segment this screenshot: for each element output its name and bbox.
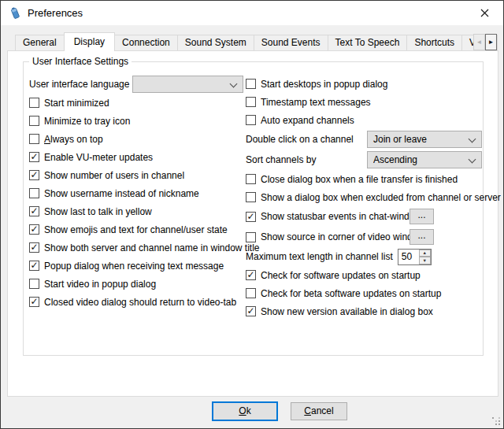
checkbox-timestamp-text-messages[interactable] (246, 97, 256, 107)
checkbox-label: Check for beta software updates on start… (261, 288, 441, 299)
checkbox-popup-dialog-when-receiving-text-message[interactable]: ✓ (29, 261, 39, 271)
tab-text-to-speech[interactable]: Text To Speech (328, 35, 408, 50)
checkbox-start-minimized[interactable] (29, 98, 39, 108)
checkbox-enable-vu-meter-updates[interactable]: ✓ (29, 152, 39, 162)
spinner-down-button[interactable]: ▼ (419, 257, 431, 264)
checkbox-row-show-emojis-and-text-for-channel-user-state[interactable]: ✓Show emojis and text for channel/user s… (29, 220, 243, 239)
ok-button[interactable]: Ok (212, 401, 278, 421)
left-column: User interface language Start minimizedM… (29, 75, 243, 311)
checkbox-label: Always on top (44, 134, 103, 145)
checkbox-auto-expand-channels[interactable] (246, 115, 256, 125)
checkbox-row-timestamp-text-messages[interactable]: Timestamp text messages (246, 93, 482, 111)
checkbox-label: Show source in corner of video window (261, 231, 424, 242)
chevron-down-icon (469, 136, 476, 143)
tab-scroll-left-button[interactable]: ◄ (473, 34, 485, 50)
checkbox-row-enable-vu-meter-updates[interactable]: ✓Enable VU-meter updates (29, 148, 243, 166)
app-icon (8, 6, 22, 20)
cancel-button-label: Cancel (291, 403, 346, 420)
checkbox-start-video-in-popup-dialog[interactable] (29, 279, 39, 289)
checkbox-label: Auto expand channels (261, 115, 354, 126)
checkbox-row-show-last-to-talk-in-yellow[interactable]: ✓Show last to talk in yellow (29, 202, 243, 220)
checkbox-row-start-minimized[interactable]: Start minimized (29, 94, 243, 112)
right-column: Start desktops in popup dialogTimestamp … (246, 75, 482, 320)
checkbox-row-closed-video-dialog-should-return-to-video-tab[interactable]: ✓Closed video dialog should return to vi… (29, 293, 243, 311)
show-source-in-corner-of-video-window-more-button[interactable]: ... (410, 229, 434, 245)
chevron-left-icon: ◄ (476, 39, 483, 46)
checkbox-row-auto-expand-channels[interactable]: Auto expand channels (246, 111, 482, 129)
checkbox-show-source-in-corner-of-video-window[interactable] (246, 232, 256, 242)
checkbox-row-show-source-in-corner-of-video-window[interactable]: Show source in corner of video window... (246, 227, 482, 247)
close-icon (480, 9, 489, 17)
dropdown-double-click-on-a-channel[interactable]: Join or leave (367, 131, 482, 148)
dropdown-sort-channels-by[interactable]: Ascending (367, 151, 482, 168)
titlebar: Preferences (1, 1, 503, 25)
checkbox-show-number-of-users-in-channel[interactable]: ✓ (29, 170, 39, 180)
checkbox-check-for-software-updates-on-startup[interactable]: ✓ (246, 270, 256, 280)
checkbox-always-on-top[interactable] (29, 134, 39, 144)
checkbox-show-statusbar-events-in-chat-window[interactable]: ✓ (246, 212, 256, 222)
checkbox-label: Show new version available in dialog box (261, 306, 433, 317)
checkbox-label: Popup dialog when receiving text message (44, 261, 224, 272)
close-button[interactable] (469, 1, 500, 25)
checkbox-row-minimize-to-tray-icon[interactable]: Minimize to tray icon (29, 112, 243, 130)
dropdown-value: Ascending (373, 154, 464, 165)
checkbox-row-check-for-software-updates-on-startup[interactable]: ✓Check for software updates on startup (246, 266, 482, 284)
tab-scroll-right-button[interactable]: ► (485, 34, 497, 50)
tab-scroll-buttons: ◄ ► (473, 34, 497, 50)
checkbox-row-close-dialog-box-when-a-file-transfer-is-finished[interactable]: Close dialog box when a file transfer is… (246, 170, 482, 188)
tab-general[interactable]: General (15, 35, 65, 50)
checkbox-label: Show emojis and text for channel/user st… (44, 224, 228, 235)
preferences-dialog: Preferences GeneralDisplayConnectionSoun… (0, 0, 504, 429)
checkbox-show-emojis-and-text-for-channel-user-state[interactable]: ✓ (29, 224, 39, 235)
chevron-down-icon (230, 81, 237, 88)
field-label: Maximum text length in channel list (246, 251, 393, 262)
field-row-sort-channels-by: Sort channels byAscending (246, 150, 482, 170)
checkbox-show-both-server-and-channel-name-in-window-title[interactable]: ✓ (29, 242, 39, 253)
checkbox-show-a-dialog-box-when-excluded-from-channel-or-server[interactable] (246, 192, 256, 202)
group-title: User Interface Settings (29, 56, 132, 67)
checkbox-row-show-both-server-and-channel-name-in-window-title[interactable]: ✓Show both server and channel name in wi… (29, 239, 243, 257)
checkbox-check-for-beta-software-updates-on-startup[interactable] (246, 288, 256, 298)
checkbox-label: Start video in popup dialog (44, 279, 156, 290)
window-title: Preferences (28, 7, 83, 19)
checkbox-label: Closed video dialog should return to vid… (44, 297, 236, 308)
tab-display[interactable]: Display (64, 32, 115, 51)
footer: Ok Cancel (1, 395, 503, 428)
tab-bar: GeneralDisplayConnectionSound SystemSoun… (7, 32, 497, 50)
checkbox-label: Show a dialog box when excluded from cha… (261, 192, 501, 203)
field-row-double-click-on-a-channel: Double click on a channelJoin or leave (246, 129, 482, 150)
checkbox-row-show-number-of-users-in-channel[interactable]: ✓Show number of users in channel (29, 166, 243, 184)
chevron-right-icon: ► (488, 39, 495, 46)
max-text-length-spinner[interactable]: 50▲▼ (398, 249, 432, 265)
checkbox-label: Close dialog box when a file transfer is… (261, 174, 458, 185)
tab-shortcuts[interactable]: Shortcuts (406, 35, 462, 50)
checkbox-label: Start desktops in popup dialog (261, 79, 387, 90)
checkbox-show-last-to-talk-in-yellow[interactable]: ✓ (29, 206, 39, 216)
tab-connection[interactable]: Connection (114, 35, 178, 50)
checkbox-label: Show number of users in channel (44, 170, 184, 181)
checkbox-show-new-version-available-in-dialog-box[interactable]: ✓ (246, 306, 256, 316)
checkbox-label: Show last to talk in yellow (44, 206, 152, 217)
checkbox-row-always-on-top[interactable]: Always on top (29, 130, 243, 148)
checkbox-row-start-video-in-popup-dialog[interactable]: Start video in popup dialog (29, 275, 243, 293)
checkbox-start-desktops-in-popup-dialog[interactable] (246, 79, 256, 89)
checkbox-row-start-desktops-in-popup-dialog[interactable]: Start desktops in popup dialog (246, 75, 482, 93)
checkbox-show-username-instead-of-nickname[interactable] (29, 188, 39, 198)
checkbox-closed-video-dialog-should-return-to-video-tab[interactable]: ✓ (29, 297, 39, 307)
spinner-up-button[interactable]: ▲ (419, 250, 431, 257)
resize-grip[interactable] (491, 416, 501, 426)
language-dropdown[interactable] (132, 76, 243, 93)
tab-sound-events[interactable]: Sound Events (254, 35, 328, 50)
checkbox-row-show-a-dialog-box-when-excluded-from-channel-or-server[interactable]: Show a dialog box when excluded from cha… (246, 188, 482, 206)
checkbox-row-popup-dialog-when-receiving-text-message[interactable]: ✓Popup dialog when receiving text messag… (29, 257, 243, 275)
checkbox-row-show-username-instead-of-nickname[interactable]: Show username instead of nickname (29, 184, 243, 202)
show-statusbar-events-in-chat-window-more-button[interactable]: ... (410, 209, 434, 224)
checkbox-label: Show username instead of nickname (44, 188, 199, 199)
tab-sound-system[interactable]: Sound System (177, 35, 254, 50)
checkbox-row-show-statusbar-events-in-chat-window[interactable]: ✓Show statusbar events in chat-window... (246, 206, 482, 227)
checkbox-minimize-to-tray-icon[interactable] (29, 116, 39, 126)
checkbox-close-dialog-box-when-a-file-transfer-is-finished[interactable] (246, 174, 256, 184)
checkbox-row-check-for-beta-software-updates-on-startup[interactable]: Check for beta software updates on start… (246, 284, 482, 302)
cancel-button[interactable]: Cancel (291, 402, 347, 420)
checkbox-row-show-new-version-available-in-dialog-box[interactable]: ✓Show new version available in dialog bo… (246, 302, 482, 320)
